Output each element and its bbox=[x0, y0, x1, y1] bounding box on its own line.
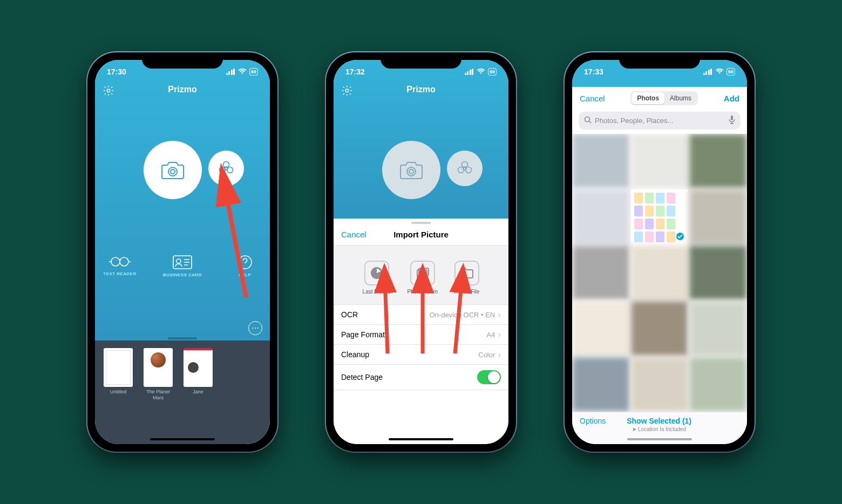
screen-3: 17:33 69 Cancel Photos Albums Add Photos… bbox=[572, 60, 747, 444]
detect-page-switch[interactable] bbox=[477, 370, 501, 384]
detect-page-label: Detect Page bbox=[341, 373, 383, 382]
photo-grid[interactable] bbox=[572, 134, 747, 412]
cancel-button[interactable]: Cancel bbox=[580, 94, 605, 103]
document-item[interactable]: The Planet Mars bbox=[141, 348, 175, 444]
photo-thumbnail[interactable] bbox=[572, 301, 630, 356]
photos-albums-segment[interactable]: Photos Albums bbox=[630, 91, 698, 105]
svg-rect-24 bbox=[731, 115, 733, 120]
search-field[interactable]: Photos, People, Places... bbox=[579, 112, 741, 130]
search-icon bbox=[584, 116, 592, 125]
photo-thumbnail[interactable] bbox=[572, 357, 630, 412]
svg-point-10 bbox=[176, 259, 181, 263]
status-right: 69 bbox=[703, 67, 735, 76]
document-thumbnail bbox=[184, 348, 213, 387]
documents-shelf[interactable]: Untitled The Planet Mars Jane bbox=[95, 340, 270, 444]
show-selected-button[interactable]: Show Selected (1) bbox=[606, 417, 712, 425]
photo-thumbnail[interactable] bbox=[689, 301, 747, 356]
text-reader-button[interactable]: TEXT READER bbox=[96, 255, 144, 277]
photo-thumbnail[interactable] bbox=[572, 246, 630, 300]
photo-thumbnail[interactable] bbox=[689, 357, 747, 412]
phone-frame-3: 17:33 69 Cancel Photos Albums Add Photos… bbox=[565, 52, 755, 452]
home-indicator[interactable] bbox=[389, 438, 453, 441]
ocr-cell[interactable]: OCR On-device OCR • EN› bbox=[334, 305, 508, 325]
status-time: 17:30 bbox=[107, 67, 126, 76]
photo-thumbnail[interactable] bbox=[689, 246, 747, 300]
last-picture-label: Last Picture bbox=[363, 289, 391, 295]
s1-main-area: 17:30 69 Prizmo bbox=[95, 60, 270, 340]
phone-frame-2: 17:32 69 Prizmo Cancel Im bbox=[326, 52, 516, 452]
svg-point-23 bbox=[585, 117, 590, 122]
last-picture-button[interactable]: Last Picture bbox=[363, 261, 391, 295]
battery-indicator: 69 bbox=[249, 68, 258, 76]
photo-thumbnail[interactable] bbox=[689, 189, 747, 244]
notch bbox=[142, 52, 223, 69]
photo-thumbnail[interactable] bbox=[572, 189, 630, 244]
app-title: Prizmo bbox=[168, 85, 196, 94]
quick-actions: TEXT READER BUSINESS CARD HELP bbox=[95, 255, 270, 277]
notch bbox=[619, 52, 700, 69]
clock-icon bbox=[364, 261, 389, 285]
wifi-icon bbox=[238, 67, 247, 76]
cleanup-label: Cleanup bbox=[341, 350, 369, 359]
photo-thumbnail[interactable] bbox=[631, 246, 689, 300]
app-title: Prizmo bbox=[406, 85, 435, 94]
status-right: 69 bbox=[226, 67, 258, 76]
add-button[interactable]: Add bbox=[724, 94, 739, 103]
search-placeholder: Photos, People, Places... bbox=[595, 117, 673, 125]
business-card-button[interactable]: BUSINESS CARD bbox=[159, 255, 206, 277]
microphone-icon[interactable] bbox=[729, 115, 735, 126]
svg-point-1 bbox=[168, 167, 177, 176]
svg-point-12 bbox=[345, 89, 349, 92]
photo-album-button[interactable]: Photo Album bbox=[407, 261, 438, 295]
document-item[interactable]: Jane bbox=[181, 348, 215, 444]
status-right: 69 bbox=[465, 67, 497, 76]
document-label: Jane bbox=[193, 389, 203, 401]
svg-point-8 bbox=[120, 257, 128, 266]
page-format-cell[interactable]: Page Format A4› bbox=[334, 325, 508, 345]
tab-photos[interactable]: Photos bbox=[632, 92, 664, 104]
svg-point-13 bbox=[407, 167, 416, 176]
photo-thumbnail-selected[interactable] bbox=[631, 189, 689, 244]
more-button[interactable]: ⋯ bbox=[248, 321, 262, 335]
cleanup-cell[interactable]: Cleanup Color› bbox=[334, 345, 508, 365]
tab-albums[interactable]: Albums bbox=[664, 92, 697, 104]
selected-check-icon bbox=[675, 231, 685, 241]
page-format-value: A4 bbox=[486, 331, 495, 339]
cancel-button[interactable]: Cancel bbox=[341, 230, 366, 239]
camera-button[interactable] bbox=[382, 141, 440, 199]
import-settings: OCR On-device OCR • EN› Page Format A4› … bbox=[334, 304, 508, 390]
screen-1: 17:30 69 Prizmo bbox=[95, 60, 270, 444]
home-indicator[interactable] bbox=[150, 438, 215, 441]
import-file-label: Import File bbox=[454, 289, 479, 295]
options-button[interactable]: Options bbox=[580, 417, 606, 425]
photos-icon bbox=[410, 261, 435, 285]
import-file-button[interactable]: Import File bbox=[454, 261, 479, 295]
chevron-right-icon: On-device OCR • EN› bbox=[430, 310, 501, 319]
import-photos-button[interactable] bbox=[208, 151, 244, 186]
nav-bar: Prizmo bbox=[95, 85, 270, 94]
photo-thumbnail[interactable] bbox=[631, 134, 689, 188]
status-time: 17:33 bbox=[584, 67, 603, 76]
drag-indicator[interactable] bbox=[168, 337, 197, 339]
help-label: HELP bbox=[239, 273, 252, 277]
home-indicator[interactable] bbox=[627, 438, 692, 441]
tiles-preview bbox=[631, 189, 678, 246]
help-button[interactable]: HELP bbox=[221, 255, 269, 277]
camera-button[interactable] bbox=[144, 141, 202, 199]
import-photos-button[interactable] bbox=[447, 151, 483, 186]
text-reader-label: TEXT READER bbox=[103, 271, 136, 276]
gear-icon[interactable] bbox=[341, 85, 353, 97]
business-card-label: BUSINESS CARD bbox=[163, 273, 202, 277]
import-sheet: Cancel Import Picture Last Picture Photo… bbox=[334, 219, 508, 444]
photo-thumbnail[interactable] bbox=[689, 134, 747, 188]
svg-point-0 bbox=[107, 89, 110, 92]
gear-icon[interactable] bbox=[103, 85, 114, 97]
photo-thumbnail[interactable] bbox=[572, 134, 630, 188]
page-format-label: Page Format bbox=[341, 330, 385, 339]
chevron-right-icon: A4› bbox=[486, 330, 501, 339]
photo-thumbnail[interactable] bbox=[631, 301, 689, 356]
cellular-icon bbox=[226, 69, 235, 75]
footer-center: Show Selected (1) ➤ Location Is Included bbox=[606, 417, 712, 432]
document-item[interactable]: Untitled bbox=[101, 348, 135, 444]
photo-thumbnail[interactable] bbox=[631, 357, 689, 412]
